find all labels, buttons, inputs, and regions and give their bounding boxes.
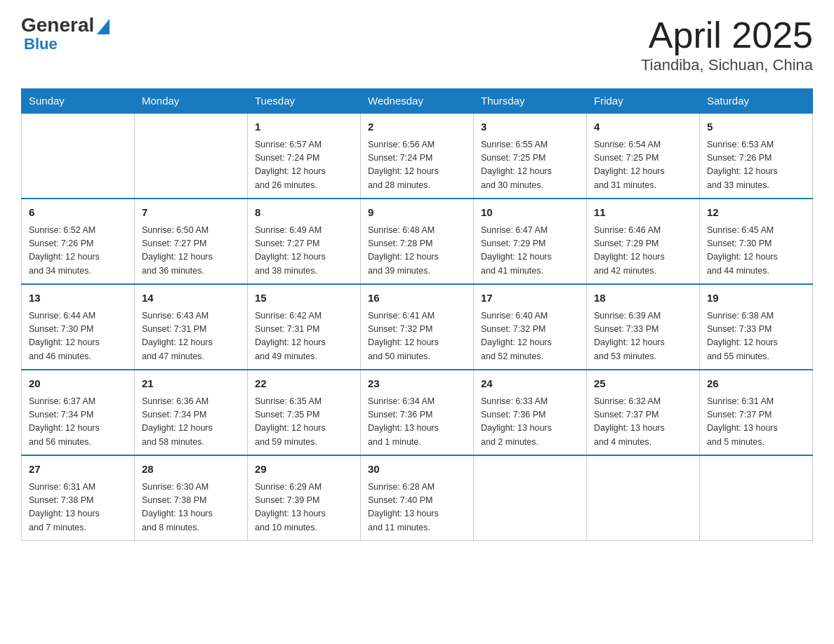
day-number: 18 (594, 290, 692, 307)
calendar-header-tuesday: Tuesday (248, 89, 361, 114)
day-number: 5 (707, 119, 805, 135)
calendar-cell: 29Sunrise: 6:29 AMSunset: 7:39 PMDayligh… (248, 455, 361, 541)
day-number: 6 (29, 205, 127, 221)
calendar-cell: 4Sunrise: 6:54 AMSunset: 7:25 PMDaylight… (587, 113, 700, 199)
calendar-cell: 10Sunrise: 6:47 AMSunset: 7:29 PMDayligh… (474, 199, 587, 284)
day-info: Sunrise: 6:38 AMSunset: 7:33 PMDaylight:… (707, 309, 805, 364)
calendar-header-monday: Monday (135, 89, 248, 114)
day-info: Sunrise: 6:52 AMSunset: 7:26 PMDaylight:… (29, 224, 127, 279)
day-number: 16 (368, 290, 466, 307)
day-number: 1 (255, 119, 353, 135)
logo-triangle-icon (97, 19, 110, 34)
day-number: 13 (29, 290, 127, 307)
calendar-cell: 27Sunrise: 6:31 AMSunset: 7:38 PMDayligh… (22, 455, 135, 541)
day-number: 25 (594, 376, 692, 392)
day-info: Sunrise: 6:29 AMSunset: 7:39 PMDaylight:… (255, 481, 353, 535)
day-number: 15 (255, 290, 353, 307)
day-number: 8 (255, 205, 353, 221)
calendar-cell: 22Sunrise: 6:35 AMSunset: 7:35 PMDayligh… (248, 370, 361, 455)
day-number: 3 (481, 119, 579, 135)
calendar-table: SundayMondayTuesdayWednesdayThursdayFrid… (21, 88, 813, 541)
day-number: 10 (481, 205, 579, 221)
calendar-cell (135, 113, 248, 199)
day-info: Sunrise: 6:32 AMSunset: 7:37 PMDaylight:… (594, 395, 692, 450)
day-info: Sunrise: 6:55 AMSunset: 7:25 PMDaylight:… (481, 138, 579, 193)
day-info: Sunrise: 6:35 AMSunset: 7:35 PMDaylight:… (255, 395, 353, 450)
day-number: 21 (142, 376, 240, 392)
day-number: 4 (594, 119, 692, 135)
day-number: 24 (481, 376, 579, 392)
calendar-week-row: 6Sunrise: 6:52 AMSunset: 7:26 PMDaylight… (22, 199, 813, 284)
day-info: Sunrise: 6:30 AMSunset: 7:38 PMDaylight:… (142, 481, 240, 535)
day-info: Sunrise: 6:37 AMSunset: 7:34 PMDaylight:… (29, 395, 127, 450)
calendar-cell: 20Sunrise: 6:37 AMSunset: 7:34 PMDayligh… (22, 370, 135, 455)
calendar-cell: 1Sunrise: 6:57 AMSunset: 7:24 PMDaylight… (248, 113, 361, 199)
day-number: 19 (707, 290, 805, 307)
day-number: 17 (481, 290, 579, 307)
day-number: 28 (142, 462, 240, 478)
calendar-cell: 8Sunrise: 6:49 AMSunset: 7:27 PMDaylight… (248, 199, 361, 284)
day-number: 29 (255, 462, 353, 478)
day-info: Sunrise: 6:47 AMSunset: 7:29 PMDaylight:… (481, 224, 579, 279)
calendar-cell: 30Sunrise: 6:28 AMSunset: 7:40 PMDayligh… (361, 455, 474, 541)
day-info: Sunrise: 6:44 AMSunset: 7:30 PMDaylight:… (29, 309, 127, 364)
calendar-cell (587, 455, 700, 541)
page-header: General Blue April 2025 Tiandiba, Sichua… (21, 14, 813, 74)
calendar-week-row: 27Sunrise: 6:31 AMSunset: 7:38 PMDayligh… (22, 455, 813, 541)
day-info: Sunrise: 6:53 AMSunset: 7:26 PMDaylight:… (707, 138, 805, 193)
day-info: Sunrise: 6:50 AMSunset: 7:27 PMDaylight:… (142, 224, 240, 279)
calendar-cell: 15Sunrise: 6:42 AMSunset: 7:31 PMDayligh… (248, 284, 361, 370)
day-number: 27 (29, 462, 127, 478)
day-info: Sunrise: 6:39 AMSunset: 7:33 PMDaylight:… (594, 309, 692, 364)
calendar-cell: 25Sunrise: 6:32 AMSunset: 7:37 PMDayligh… (587, 370, 700, 455)
calendar-header-friday: Friday (587, 89, 700, 114)
calendar-cell: 6Sunrise: 6:52 AMSunset: 7:26 PMDaylight… (22, 199, 135, 284)
day-info: Sunrise: 6:41 AMSunset: 7:32 PMDaylight:… (368, 309, 466, 364)
page-subtitle: Tiandiba, Sichuan, China (641, 56, 813, 74)
day-info: Sunrise: 6:46 AMSunset: 7:29 PMDaylight:… (594, 224, 692, 279)
calendar-cell: 13Sunrise: 6:44 AMSunset: 7:30 PMDayligh… (22, 284, 135, 370)
day-info: Sunrise: 6:33 AMSunset: 7:36 PMDaylight:… (481, 395, 579, 450)
day-number: 11 (594, 205, 692, 221)
day-number: 14 (142, 290, 240, 307)
calendar-header-saturday: Saturday (700, 89, 813, 114)
calendar-cell: 17Sunrise: 6:40 AMSunset: 7:32 PMDayligh… (474, 284, 587, 370)
calendar-week-row: 20Sunrise: 6:37 AMSunset: 7:34 PMDayligh… (22, 370, 813, 455)
day-info: Sunrise: 6:57 AMSunset: 7:24 PMDaylight:… (255, 138, 353, 193)
day-info: Sunrise: 6:45 AMSunset: 7:30 PMDaylight:… (707, 224, 805, 279)
calendar-cell: 7Sunrise: 6:50 AMSunset: 7:27 PMDaylight… (135, 199, 248, 284)
logo: General Blue (21, 14, 110, 53)
calendar-cell: 14Sunrise: 6:43 AMSunset: 7:31 PMDayligh… (135, 284, 248, 370)
calendar-week-row: 13Sunrise: 6:44 AMSunset: 7:30 PMDayligh… (22, 284, 813, 370)
day-info: Sunrise: 6:34 AMSunset: 7:36 PMDaylight:… (368, 395, 466, 450)
day-info: Sunrise: 6:56 AMSunset: 7:24 PMDaylight:… (368, 138, 466, 193)
calendar-cell: 21Sunrise: 6:36 AMSunset: 7:34 PMDayligh… (135, 370, 248, 455)
calendar-cell: 24Sunrise: 6:33 AMSunset: 7:36 PMDayligh… (474, 370, 587, 455)
calendar-cell (700, 455, 813, 541)
day-number: 12 (707, 205, 805, 221)
calendar-cell: 18Sunrise: 6:39 AMSunset: 7:33 PMDayligh… (587, 284, 700, 370)
logo-blue-text: Blue (24, 35, 58, 53)
calendar-cell: 11Sunrise: 6:46 AMSunset: 7:29 PMDayligh… (587, 199, 700, 284)
day-info: Sunrise: 6:31 AMSunset: 7:38 PMDaylight:… (29, 481, 127, 535)
day-info: Sunrise: 6:28 AMSunset: 7:40 PMDaylight:… (368, 481, 466, 535)
calendar-cell: 19Sunrise: 6:38 AMSunset: 7:33 PMDayligh… (700, 284, 813, 370)
day-number: 7 (142, 205, 240, 221)
calendar-header-row: SundayMondayTuesdayWednesdayThursdayFrid… (22, 89, 813, 114)
calendar-cell: 5Sunrise: 6:53 AMSunset: 7:26 PMDaylight… (700, 113, 813, 199)
day-number: 30 (368, 462, 466, 478)
day-number: 2 (368, 119, 466, 135)
calendar-cell: 12Sunrise: 6:45 AMSunset: 7:30 PMDayligh… (700, 199, 813, 284)
day-info: Sunrise: 6:42 AMSunset: 7:31 PMDaylight:… (255, 309, 353, 364)
calendar-cell (22, 113, 135, 199)
logo-general-text: General (21, 14, 94, 36)
calendar-cell: 23Sunrise: 6:34 AMSunset: 7:36 PMDayligh… (361, 370, 474, 455)
day-number: 22 (255, 376, 353, 392)
calendar-cell: 26Sunrise: 6:31 AMSunset: 7:37 PMDayligh… (700, 370, 813, 455)
day-info: Sunrise: 6:36 AMSunset: 7:34 PMDaylight:… (142, 395, 240, 450)
day-number: 9 (368, 205, 466, 221)
day-info: Sunrise: 6:43 AMSunset: 7:31 PMDaylight:… (142, 309, 240, 364)
day-number: 20 (29, 376, 127, 392)
calendar-header-wednesday: Wednesday (361, 89, 474, 114)
page-title: April 2025 (641, 14, 813, 56)
